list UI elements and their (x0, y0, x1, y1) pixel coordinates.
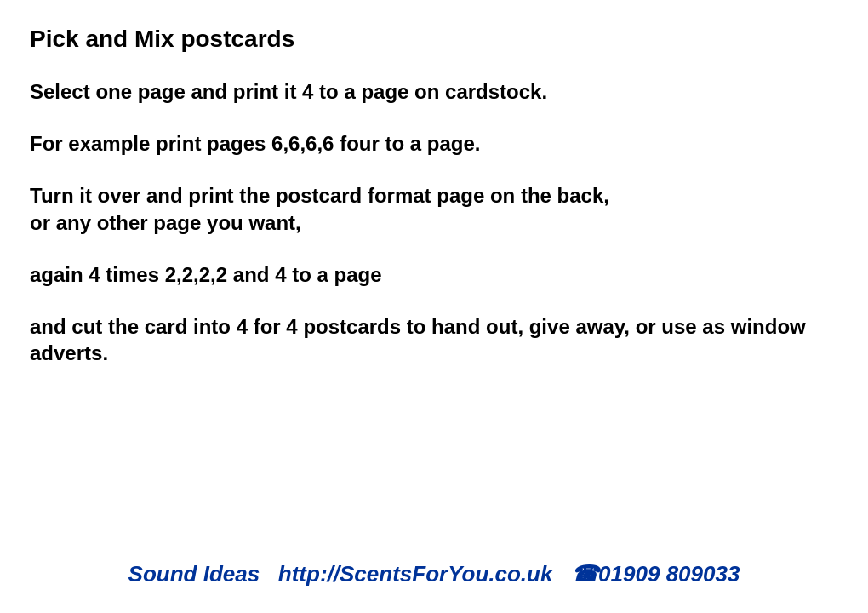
paragraph-2-text: For example print pages 6,6,6,6 four to … (30, 132, 480, 155)
paragraph-4-text: again 4 times 2,2,2,2 and 4 to a page (30, 263, 382, 286)
paragraph-3: Turn it over and print the postcard form… (30, 182, 838, 235)
paragraph-5-text: and cut the card into 4 for 4 postcards … (30, 315, 806, 364)
footer: Sound Ideas http://ScentsForYou.co.uk ☎0… (30, 553, 838, 596)
paragraph-3-line1: Turn it over and print the postcard form… (30, 184, 609, 207)
footer-url[interactable]: http://ScentsForYou.co.uk (278, 561, 553, 587)
paragraph-2: For example print pages 6,6,6,6 four to … (30, 130, 838, 157)
page-container: Pick and Mix postcards Select one page a… (0, 0, 868, 613)
paragraph-3-line2: or any other page you want, (30, 211, 301, 234)
paragraph-1-text: Select one page and print it 4 to a page… (30, 80, 547, 103)
phone-icon: ☎ (571, 561, 598, 587)
paragraph-1: Select one page and print it 4 to a page… (30, 78, 838, 105)
footer-phone: 01909 809033 (598, 561, 740, 587)
page-title: Pick and Mix postcards (30, 26, 838, 53)
footer-brand: Sound Ideas (128, 561, 260, 587)
paragraph-5: and cut the card into 4 for 4 postcards … (30, 313, 838, 366)
paragraph-4: again 4 times 2,2,2,2 and 4 to a page (30, 261, 838, 288)
